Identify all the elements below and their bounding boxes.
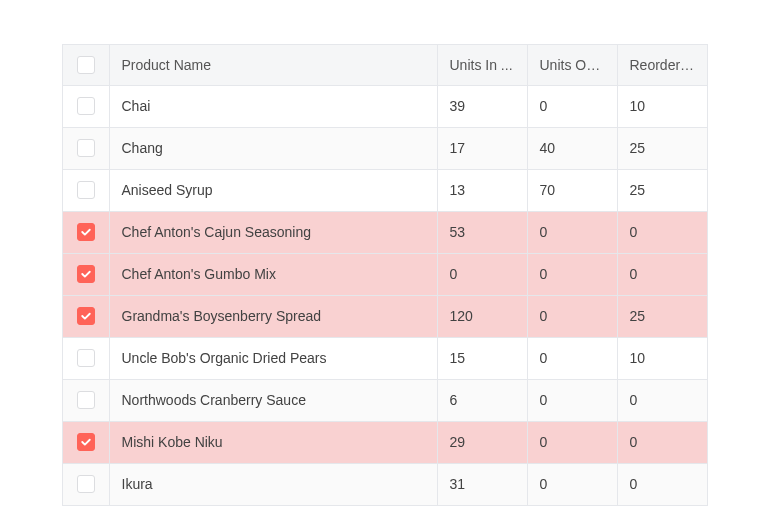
row-checkbox[interactable] xyxy=(77,433,95,451)
header-select-cell xyxy=(63,45,109,85)
cell-units-on-order: 0 xyxy=(527,463,617,505)
cell-units-in-stock: 31 xyxy=(437,463,527,505)
cell-units-in-stock: 29 xyxy=(437,421,527,463)
table-row[interactable]: Uncle Bob's Organic Dried Pears15010 xyxy=(63,337,707,379)
row-checkbox[interactable] xyxy=(77,475,95,493)
cell-units-in-stock: 6 xyxy=(437,379,527,421)
cell-product-name: Ikura xyxy=(109,463,437,505)
cell-units-on-order: 0 xyxy=(527,421,617,463)
row-checkbox[interactable] xyxy=(77,307,95,325)
cell-reorder-level: 25 xyxy=(617,127,707,169)
check-icon xyxy=(80,436,92,448)
select-cell xyxy=(63,295,109,337)
cell-units-on-order: 0 xyxy=(527,253,617,295)
cell-units-in-stock: 53 xyxy=(437,211,527,253)
row-checkbox[interactable] xyxy=(77,391,95,409)
select-cell xyxy=(63,127,109,169)
cell-product-name: Aniseed Syrup xyxy=(109,169,437,211)
table-row[interactable]: Chef Anton's Cajun Seasoning5300 xyxy=(63,211,707,253)
header-reorder-level[interactable]: Reorder ... xyxy=(617,45,707,85)
cell-product-name: Chef Anton's Cajun Seasoning xyxy=(109,211,437,253)
select-all-checkbox[interactable] xyxy=(77,56,95,74)
select-cell xyxy=(63,379,109,421)
table-row[interactable]: Grandma's Boysenberry Spread120025 xyxy=(63,295,707,337)
header-units-on-order[interactable]: Units On ... xyxy=(527,45,617,85)
cell-units-on-order: 0 xyxy=(527,337,617,379)
cell-units-in-stock: 15 xyxy=(437,337,527,379)
table-row[interactable]: Chef Anton's Gumbo Mix000 xyxy=(63,253,707,295)
cell-product-name: Chai xyxy=(109,85,437,127)
cell-reorder-level: 10 xyxy=(617,337,707,379)
cell-units-on-order: 0 xyxy=(527,379,617,421)
select-cell xyxy=(63,337,109,379)
cell-units-on-order: 0 xyxy=(527,211,617,253)
table-row[interactable]: Chang174025 xyxy=(63,127,707,169)
check-icon xyxy=(80,268,92,280)
select-cell xyxy=(63,463,109,505)
cell-units-on-order: 0 xyxy=(527,295,617,337)
header-row: Product Name Units In ... Units On ... R… xyxy=(63,45,707,85)
select-cell xyxy=(63,211,109,253)
cell-reorder-level: 0 xyxy=(617,421,707,463)
cell-units-in-stock: 13 xyxy=(437,169,527,211)
cell-reorder-level: 0 xyxy=(617,253,707,295)
row-checkbox[interactable] xyxy=(77,139,95,157)
check-icon xyxy=(80,310,92,322)
table-row[interactable]: Chai39010 xyxy=(63,85,707,127)
header-product-name[interactable]: Product Name xyxy=(109,45,437,85)
cell-units-on-order: 70 xyxy=(527,169,617,211)
cell-reorder-level: 0 xyxy=(617,379,707,421)
row-checkbox[interactable] xyxy=(77,265,95,283)
cell-product-name: Uncle Bob's Organic Dried Pears xyxy=(109,337,437,379)
cell-reorder-level: 10 xyxy=(617,85,707,127)
table-row[interactable]: Ikura3100 xyxy=(63,463,707,505)
cell-product-name: Northwoods Cranberry Sauce xyxy=(109,379,437,421)
cell-product-name: Grandma's Boysenberry Spread xyxy=(109,295,437,337)
cell-product-name: Chang xyxy=(109,127,437,169)
row-checkbox[interactable] xyxy=(77,97,95,115)
cell-units-in-stock: 120 xyxy=(437,295,527,337)
table-row[interactable]: Aniseed Syrup137025 xyxy=(63,169,707,211)
cell-units-in-stock: 0 xyxy=(437,253,527,295)
select-cell xyxy=(63,169,109,211)
table-row[interactable]: Northwoods Cranberry Sauce600 xyxy=(63,379,707,421)
products-table: Product Name Units In ... Units On ... R… xyxy=(63,45,707,505)
cell-units-on-order: 0 xyxy=(527,85,617,127)
cell-product-name: Chef Anton's Gumbo Mix xyxy=(109,253,437,295)
products-grid: Product Name Units In ... Units On ... R… xyxy=(62,44,708,506)
select-cell xyxy=(63,85,109,127)
cell-product-name: Mishi Kobe Niku xyxy=(109,421,437,463)
table-row[interactable]: Mishi Kobe Niku2900 xyxy=(63,421,707,463)
row-checkbox[interactable] xyxy=(77,223,95,241)
cell-reorder-level: 0 xyxy=(617,211,707,253)
check-icon xyxy=(80,226,92,238)
cell-reorder-level: 25 xyxy=(617,169,707,211)
cell-units-in-stock: 17 xyxy=(437,127,527,169)
cell-units-in-stock: 39 xyxy=(437,85,527,127)
select-cell xyxy=(63,421,109,463)
row-checkbox[interactable] xyxy=(77,349,95,367)
header-units-in-stock[interactable]: Units In ... xyxy=(437,45,527,85)
cell-units-on-order: 40 xyxy=(527,127,617,169)
cell-reorder-level: 25 xyxy=(617,295,707,337)
row-checkbox[interactable] xyxy=(77,181,95,199)
select-cell xyxy=(63,253,109,295)
cell-reorder-level: 0 xyxy=(617,463,707,505)
